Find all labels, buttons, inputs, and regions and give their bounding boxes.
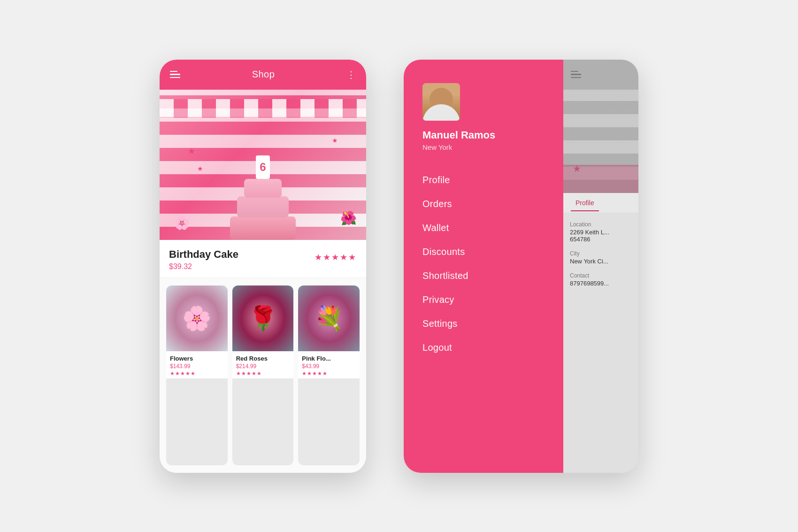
contact-value: 8797698599... — [570, 280, 632, 287]
product-price: $39.32 — [169, 262, 238, 271]
flowers-info: Flowers $143.99 ★★★★★ — [166, 351, 228, 378]
cake-tier-1 — [230, 216, 296, 240]
product-name: Birthday Cake — [169, 248, 238, 261]
menu-item-privacy[interactable]: Privacy — [422, 288, 563, 312]
tab-profile[interactable]: Profile — [571, 195, 599, 211]
roses-info: Red Roses $214.99 ★★★★★ — [232, 351, 294, 378]
roses-stars: ★★★★★ — [236, 370, 290, 377]
star-decoration-1: ★ — [188, 146, 195, 156]
hero-image: 6 ★ ★ ★ 🌸 🌺 — [160, 90, 366, 240]
roses-bg: 🌹 — [232, 285, 294, 351]
cake-tier-3 — [244, 179, 282, 198]
contact-label: Contact — [570, 272, 632, 279]
flowers-image: 🌸 — [166, 285, 228, 351]
product-stars: ★★★★★ — [315, 252, 357, 262]
flowers-name: Flowers — [170, 355, 224, 362]
menu-item-orders[interactable]: Orders — [422, 192, 563, 216]
top-bar: Shop ⋮ — [160, 60, 366, 90]
location-label: Location — [570, 221, 632, 228]
location-value: 2269 Keith L...654786 — [570, 229, 632, 243]
menu-item-logout[interactable]: Logout — [422, 336, 563, 360]
pink-bg: 💐 — [298, 285, 360, 351]
roses-image: 🌹 — [232, 285, 294, 351]
cake-candle: 6 — [256, 155, 270, 179]
menu-item-shortlisted[interactable]: Shortlisted — [422, 264, 563, 288]
profile-content: Location 2269 Keith L...654786 City New … — [563, 214, 638, 473]
left-phone: Shop ⋮ 6 ★ ★ ★ 🌸 🌺 Birthday Cake $39.32 … — [160, 60, 366, 473]
flower-decoration-right: 🌺 — [340, 210, 357, 226]
shop-title: Shop — [252, 69, 275, 80]
pink-info: Pink Flo... $43.99 ★★★★★ — [298, 351, 360, 378]
drawer-menu: Profile Orders Wallet Discounts Shortlis… — [422, 168, 563, 360]
profile-field-contact: Contact 8797698599... — [570, 272, 632, 287]
roses-name: Red Roses — [236, 355, 290, 362]
flowers-stars: ★★★★★ — [170, 370, 224, 377]
hero-overlay — [563, 165, 638, 193]
pink-image: 💐 — [298, 285, 360, 351]
menu-item-wallet[interactable]: Wallet — [422, 216, 563, 240]
cake-visual: 6 — [225, 146, 300, 240]
roses-price: $214.99 — [236, 363, 290, 370]
pink-name: Pink Flo... — [302, 355, 356, 362]
profile-field-city: City New York Ci... — [570, 250, 632, 265]
right-hero-image: ★ — [563, 90, 638, 193]
avatar-body — [422, 104, 460, 121]
product-thumb-roses[interactable]: 🌹 Red Roses $214.99 ★★★★★ — [232, 285, 294, 465]
products-grid: 🌸 Flowers $143.99 ★★★★★ 🌹 Red Roses $214… — [160, 278, 366, 473]
product-thumb-pink[interactable]: 💐 Pink Flo... $43.99 ★★★★★ — [298, 285, 360, 465]
pink-price: $43.99 — [302, 363, 356, 370]
city-value: New York Ci... — [570, 258, 632, 265]
user-location: New York — [422, 143, 563, 151]
main-product-card: Birthday Cake $39.32 ★★★★★ — [160, 240, 366, 278]
user-name: Manuel Ramos — [422, 129, 563, 141]
hamburger-icon[interactable] — [170, 71, 180, 78]
more-options-icon[interactable]: ⋮ — [346, 69, 356, 80]
profile-tab-bar: Profile — [563, 193, 638, 214]
banner-decoration — [160, 99, 366, 118]
right-top-bar — [563, 60, 638, 90]
star-decoration-2: ★ — [197, 165, 203, 172]
flower-decoration-left: 🌸 — [174, 215, 190, 231]
menu-item-settings[interactable]: Settings — [422, 312, 563, 336]
city-label: City — [570, 250, 632, 257]
drawer-panel: Manuel Ramos New York Profile Orders Wal… — [404, 60, 563, 473]
avatar-face — [422, 83, 460, 121]
pink-stars: ★★★★★ — [302, 370, 356, 377]
profile-field-location: Location 2269 Keith L...654786 — [570, 221, 632, 243]
cake-tier-2 — [237, 196, 289, 217]
flowers-bg: 🌸 — [166, 285, 228, 351]
right-phone: Manuel Ramos New York Profile Orders Wal… — [404, 60, 638, 473]
right-content-panel: ★ Profile Location 2269 Keith L...654786… — [563, 60, 638, 473]
flowers-price: $143.99 — [170, 363, 224, 370]
product-info: Birthday Cake $39.32 — [169, 248, 238, 271]
user-avatar — [422, 83, 460, 121]
menu-item-discounts[interactable]: Discounts — [422, 240, 563, 264]
star-decoration-3: ★ — [332, 137, 338, 144]
menu-item-profile[interactable]: Profile — [422, 168, 563, 192]
right-hamburger-icon[interactable] — [571, 71, 581, 78]
product-thumb-flowers[interactable]: 🌸 Flowers $143.99 ★★★★★ — [166, 285, 228, 465]
